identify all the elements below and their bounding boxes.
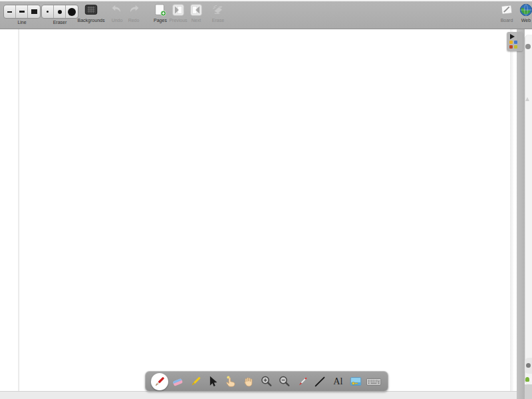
library-grid-icon: [509, 41, 518, 49]
web-mode-label: Web: [514, 18, 532, 23]
tool-text[interactable]: Al: [329, 373, 346, 390]
library-drawer-collapsed[interactable]: [525, 35, 532, 384]
top-toolbar: Line Eraser Backgrounds Undo: [0, 0, 532, 29]
board-canvas[interactable]: [0, 29, 532, 399]
backgrounds-button[interactable]: Backgrounds: [74, 3, 108, 23]
web-mode-button[interactable]: Web: [514, 3, 532, 23]
eraser-medium-button[interactable]: [54, 5, 66, 18]
line-thin-button[interactable]: [4, 5, 16, 18]
tool-pen[interactable]: [151, 373, 168, 390]
keyboard-icon: [366, 374, 382, 389]
previous-icon: [171, 3, 186, 17]
eraser-small-button[interactable]: [42, 5, 54, 18]
tool-zoom-out[interactable]: [276, 373, 293, 390]
right-scroll-strip[interactable]: [517, 29, 525, 399]
line-thick-button[interactable]: [28, 5, 40, 18]
pen-icon: [152, 374, 167, 389]
backgrounds-icon: [84, 3, 98, 17]
drawer-top-handle[interactable]: [525, 44, 531, 49]
cursor-arrow-icon: [205, 374, 220, 389]
page-right-edge: [510, 29, 513, 392]
eraser-medium-icon: [58, 10, 62, 14]
tool-eraser[interactable]: [169, 373, 186, 390]
line-width-group: Line: [3, 5, 41, 25]
capture-icon: [348, 374, 363, 389]
eraser-tool-icon: [170, 374, 185, 389]
tool-highlighter[interactable]: [187, 373, 204, 390]
web-icon: [519, 3, 532, 17]
board-icon: [499, 3, 514, 17]
next-icon: [189, 3, 203, 17]
zoom-out-icon: [277, 374, 292, 389]
drawer-faint-glyph: [525, 97, 529, 101]
laser-pointer-icon: [295, 374, 310, 389]
tool-line[interactable]: [311, 373, 329, 390]
open-hand-icon: [241, 374, 256, 389]
line-medium-button[interactable]: [16, 5, 28, 18]
eraser-width-group: Eraser: [41, 5, 78, 25]
next-label: Next: [184, 18, 208, 23]
erase-icon: [211, 3, 225, 17]
line-thick-icon: [31, 9, 37, 14]
play-triangle-icon: [510, 34, 515, 39]
erase-label: Erase: [206, 18, 230, 23]
line-medium-icon: [19, 11, 25, 13]
tool-zoom-in[interactable]: [258, 373, 275, 390]
text-tool-icon: Al: [333, 377, 342, 386]
next-button[interactable]: Next: [184, 3, 208, 23]
pointing-hand-icon: [223, 374, 238, 389]
erase-button[interactable]: Erase: [206, 3, 230, 23]
tool-laser-pointer[interactable]: [294, 373, 311, 390]
drawer-knob-icon: [526, 363, 531, 368]
window-bottom-strip: [0, 392, 517, 399]
drawer-bottom-handle[interactable]: [525, 358, 532, 374]
zoom-in-icon: [259, 374, 274, 389]
drawer-plant-icon: [525, 377, 529, 382]
eraser-group-label: Eraser: [41, 20, 78, 25]
backgrounds-label: Backgrounds: [74, 18, 108, 23]
eraser-small-icon: [47, 11, 49, 13]
right-bottom-fill: [525, 384, 532, 399]
highlighter-icon: [188, 374, 203, 389]
library-quick-tab[interactable]: [507, 32, 523, 51]
line-tool-icon: [313, 374, 327, 389]
stylus-toolbar: Al: [145, 371, 388, 392]
line-group-label: Line: [3, 20, 41, 25]
line-thin-icon: [7, 11, 12, 13]
tool-capture[interactable]: [347, 373, 364, 390]
app-window: Line Eraser Backgrounds Undo: [0, 0, 532, 399]
page-left-edge: [18, 29, 19, 392]
tool-play-interact[interactable]: [222, 373, 239, 390]
redo-icon: [126, 3, 141, 17]
redo-button[interactable]: Redo: [122, 3, 146, 23]
redo-label: Redo: [122, 18, 146, 23]
tool-selector[interactable]: [204, 373, 221, 390]
tool-virtual-keyboard[interactable]: [365, 373, 382, 390]
tool-scroll-page[interactable]: [240, 373, 257, 390]
